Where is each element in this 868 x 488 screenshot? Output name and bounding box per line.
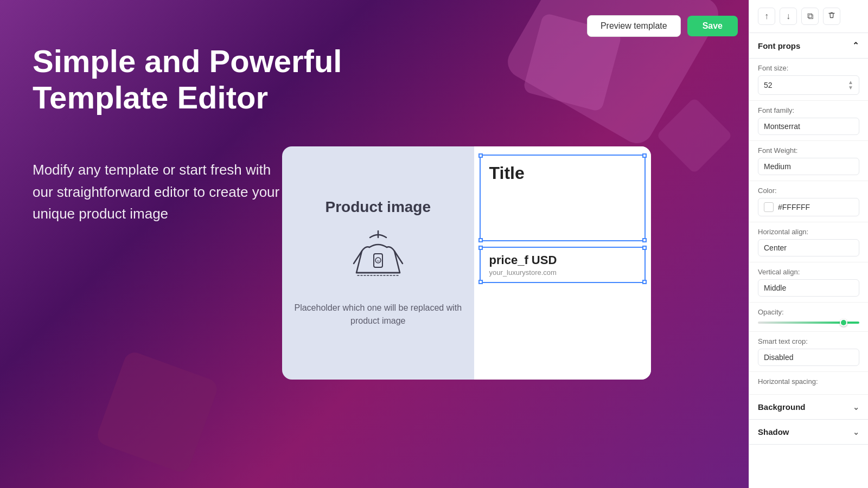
main-canvas-area: Preview template Save Simple and Powerfu… xyxy=(0,0,749,488)
opacity-row: Opacity: xyxy=(749,303,868,332)
opacity-track xyxy=(758,322,859,324)
save-button[interactable]: Save xyxy=(687,16,738,36)
price-resize-tl[interactable] xyxy=(478,246,483,250)
font-size-value[interactable] xyxy=(764,81,846,89)
arrow-up-icon: ↑ xyxy=(764,11,769,21)
top-toolbar: Preview template Save xyxy=(587,15,738,37)
font-weight-label: Font Weight: xyxy=(758,146,859,155)
hero-subtitle: Modify any template or start fresh with … xyxy=(33,159,293,224)
font-size-down-arrow[interactable]: ▼ xyxy=(848,85,853,91)
background-section-header[interactable]: Background ⌄ xyxy=(749,395,868,419)
font-family-label: Font family: xyxy=(758,106,859,114)
font-size-row: Font size: ▲ ▼ xyxy=(749,59,868,101)
shadow-section: Shadow ⌄ xyxy=(749,420,868,445)
font-family-value: Montserrat xyxy=(764,122,800,131)
smart-text-crop-value: Disabled xyxy=(764,353,793,362)
color-row: Color: #FFFFFF xyxy=(749,181,868,222)
svg-text:tv: tv xyxy=(377,259,380,262)
opacity-slider[interactable] xyxy=(758,319,859,326)
font-weight-value: Medium xyxy=(764,162,791,171)
price-resize-br[interactable] xyxy=(642,280,647,284)
font-props-collapse-icon: ⌃ xyxy=(852,41,859,50)
resize-handle-tl[interactable] xyxy=(478,153,483,158)
title-text-element[interactable]: Title xyxy=(480,155,646,241)
font-props-label: Font props xyxy=(758,41,800,50)
smart-text-crop-select[interactable]: Disabled xyxy=(758,349,859,366)
horizontal-spacing-label: Horizontal spacing: xyxy=(758,377,859,386)
horizontal-align-value: Center xyxy=(764,243,787,252)
color-hex-value: #FFFFFF xyxy=(778,203,810,211)
color-swatch[interactable] xyxy=(764,202,774,212)
opacity-label: Opacity: xyxy=(758,308,859,316)
price-value: price_f USD xyxy=(489,253,636,267)
smart-text-crop-label: Smart text crop: xyxy=(758,337,859,345)
hero-title: Simple and Powerful Template Editor xyxy=(33,43,347,115)
vertical-align-select[interactable]: Middle xyxy=(758,279,859,297)
font-size-input[interactable]: ▲ ▼ xyxy=(758,75,859,95)
properties-sidebar: ↑ ↓ ⧉ Font props ⌃ Font size: ▲ ▼ xyxy=(749,0,868,488)
arrow-down-icon: ↓ xyxy=(786,11,790,21)
background-chevron-icon: ⌄ xyxy=(853,403,859,412)
copy-icon: ⧉ xyxy=(807,11,813,21)
font-weight-select[interactable]: Medium xyxy=(758,158,859,175)
color-label: Color: xyxy=(758,187,859,195)
shadow-label: Shadow xyxy=(758,427,789,436)
canvas-text-panel[interactable]: Title price_f USD your_luxurystore.com xyxy=(474,146,651,380)
delete-icon xyxy=(828,11,835,21)
horizontal-align-row: Horizontal align: Center xyxy=(749,222,868,262)
resize-handle-br[interactable] xyxy=(642,238,647,242)
color-picker[interactable]: #FFFFFF xyxy=(758,198,859,216)
hoodie-icon: tv xyxy=(346,227,411,292)
vertical-align-value: Middle xyxy=(764,284,786,292)
price-resize-bl[interactable] xyxy=(478,280,483,284)
deco-shape-2 xyxy=(656,97,732,174)
resize-handle-bl[interactable] xyxy=(478,238,483,242)
vertical-align-label: Vertical align: xyxy=(758,268,859,276)
horizontal-align-select[interactable]: Center xyxy=(758,239,859,256)
smart-text-crop-row: Smart text crop: Disabled xyxy=(749,332,868,372)
move-down-button[interactable]: ↓ xyxy=(780,8,797,25)
font-size-label: Font size: xyxy=(758,64,859,72)
copy-button[interactable]: ⧉ xyxy=(801,8,819,25)
price-resize-tr[interactable] xyxy=(642,246,647,250)
background-label: Background xyxy=(758,402,806,412)
resize-handle-tr[interactable] xyxy=(642,153,647,158)
font-family-row: Font family: Montserrat xyxy=(749,101,868,141)
horizontal-spacing-row: Horizontal spacing: xyxy=(749,372,868,395)
delete-button[interactable] xyxy=(823,8,840,25)
font-props-section-header[interactable]: Font props ⌃ xyxy=(749,33,868,59)
price-text-element[interactable]: price_f USD your_luxurystore.com xyxy=(480,247,646,283)
preview-template-button[interactable]: Preview template xyxy=(587,15,681,37)
product-image-label: Product image xyxy=(326,198,431,216)
vertical-align-row: Vertical align: Middle xyxy=(749,262,868,303)
product-placeholder-desc: Placeholder which one will be replaced w… xyxy=(293,301,463,328)
shadow-section-header[interactable]: Shadow ⌄ xyxy=(749,420,868,444)
move-up-button[interactable]: ↑ xyxy=(758,8,775,25)
background-section: Background ⌄ xyxy=(749,395,868,420)
canvas-product-image-panel: Product image tv xyxy=(282,146,474,380)
template-canvas: Product image tv xyxy=(282,146,651,380)
font-size-stepper[interactable]: ▲ ▼ xyxy=(848,80,853,91)
store-url: your_luxurystore.com xyxy=(489,268,636,277)
font-weight-row: Font Weight: Medium xyxy=(749,141,868,181)
horizontal-align-label: Horizontal align: xyxy=(758,228,859,236)
font-family-select[interactable]: Montserrat xyxy=(758,118,859,135)
shadow-chevron-icon: ⌄ xyxy=(853,428,859,436)
opacity-thumb[interactable] xyxy=(840,319,847,326)
sidebar-toolbar: ↑ ↓ ⧉ xyxy=(749,0,868,33)
